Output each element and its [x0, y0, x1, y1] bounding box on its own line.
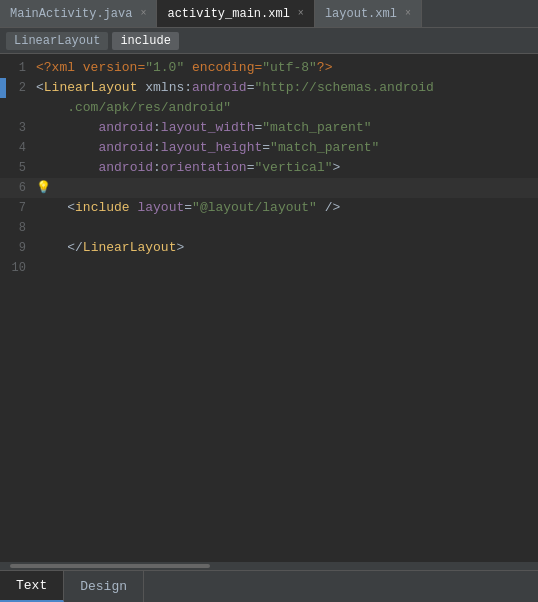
tab-label-main-activity: MainActivity.java: [10, 7, 132, 21]
code-token: [317, 200, 325, 215]
code-token: layout_height: [161, 140, 262, 155]
tab-label-layout-xml: layout.xml: [325, 7, 397, 21]
code-token: layout_width: [161, 120, 255, 135]
code-token: />: [325, 200, 341, 215]
code-token: =: [262, 140, 270, 155]
code-token: "vertical": [254, 160, 332, 175]
code-token: :: [153, 120, 161, 135]
line-number: 4: [0, 138, 36, 158]
code-token: :: [153, 140, 161, 155]
editor: 1<?xml version="1.0" encoding="utf-8"?>2…: [0, 54, 538, 570]
code-token: <: [36, 80, 44, 95]
tab-activity-main[interactable]: activity_main.xml×: [157, 0, 314, 27]
line-content: </LinearLayout>: [36, 238, 538, 258]
scrollbar-thumb[interactable]: [10, 564, 210, 568]
code-token: [36, 160, 98, 175]
code-line: 7 <include layout="@layout/layout" />: [0, 198, 538, 218]
tab-close-main-activity[interactable]: ×: [140, 8, 146, 19]
code-token: <: [67, 200, 75, 215]
code-token: [36, 200, 67, 215]
code-token: "1.0": [145, 60, 184, 75]
code-token: "http://schemas.android: [254, 80, 433, 95]
code-token: "@layout/layout": [192, 200, 317, 215]
tab-bar: MainActivity.java×activity_main.xml×layo…: [0, 0, 538, 28]
line-content: .com/apk/res/android": [36, 98, 538, 118]
code-token: >: [176, 240, 184, 255]
line-content: android:layout_width="match_parent": [36, 118, 538, 138]
line-number: 8: [0, 218, 36, 238]
code-token: .com/apk/res/android": [36, 100, 231, 115]
code-token: LinearLayout: [44, 80, 138, 95]
code-token: =: [184, 200, 192, 215]
code-token: "match_parent": [270, 140, 379, 155]
line-number: 9: [0, 238, 36, 258]
code-token: orientation: [161, 160, 247, 175]
line-indicator: [0, 78, 6, 98]
bottom-tab-design[interactable]: Design: [64, 571, 144, 602]
code-line: 8: [0, 218, 538, 238]
code-line: 2<LinearLayout xmlns:android="http://sch…: [0, 78, 538, 98]
code-line: 10: [0, 258, 538, 278]
tab-label-activity-main: activity_main.xml: [167, 7, 289, 21]
code-token: android: [98, 120, 153, 135]
code-token: android: [192, 80, 247, 95]
code-line: 5 android:orientation="vertical">: [0, 158, 538, 178]
bottom-tab-text[interactable]: Text: [0, 571, 64, 602]
scrollbar-area[interactable]: [0, 562, 538, 570]
bulb-icon[interactable]: 💡: [36, 178, 51, 198]
code-token: include: [75, 200, 130, 215]
code-token: :: [153, 160, 161, 175]
code-token: >: [333, 160, 341, 175]
line-content: android:layout_height="match_parent": [36, 138, 538, 158]
code-token: [36, 120, 98, 135]
line-content: <include layout="@layout/layout" />: [36, 198, 538, 218]
code-token: [36, 140, 98, 155]
code-line: 6💡: [0, 178, 538, 198]
crumb-linear-layout[interactable]: LinearLayout: [6, 32, 108, 50]
code-token: <?xml version=: [36, 60, 145, 75]
line-number: 6: [0, 178, 36, 198]
code-token: layout: [137, 200, 184, 215]
bottom-bar: TextDesign: [0, 570, 538, 602]
code-token: [36, 240, 67, 255]
tab-close-layout-xml[interactable]: ×: [405, 8, 411, 19]
line-number: 5: [0, 158, 36, 178]
code-token: encoding=: [184, 60, 262, 75]
line-content: <?xml version="1.0" encoding="utf-8"?>: [36, 58, 538, 78]
code-token: "match_parent": [262, 120, 371, 135]
code-token: </: [67, 240, 83, 255]
line-content: android:orientation="vertical">: [36, 158, 538, 178]
code-line: .com/apk/res/android": [0, 98, 538, 118]
code-token: LinearLayout: [83, 240, 177, 255]
code-line: 3 android:layout_width="match_parent": [0, 118, 538, 138]
line-number: 3: [0, 118, 36, 138]
tab-layout-xml[interactable]: layout.xml×: [315, 0, 422, 27]
code-token: android: [98, 160, 153, 175]
context-bar: LinearLayoutinclude: [0, 28, 538, 54]
line-number: 10: [0, 258, 36, 278]
code-token: "utf-8": [262, 60, 317, 75]
line-number: 7: [0, 198, 36, 218]
code-token: ?>: [317, 60, 333, 75]
tab-close-activity-main[interactable]: ×: [298, 8, 304, 19]
code-line: 1<?xml version="1.0" encoding="utf-8"?>: [0, 58, 538, 78]
code-token: android: [98, 140, 153, 155]
code-line: 9 </LinearLayout>: [0, 238, 538, 258]
code-area: 1<?xml version="1.0" encoding="utf-8"?>2…: [0, 54, 538, 562]
tab-main-activity[interactable]: MainActivity.java×: [0, 0, 157, 27]
line-number: 1: [0, 58, 36, 78]
code-token: xmlns:: [137, 80, 192, 95]
crumb-include[interactable]: include: [112, 32, 178, 50]
line-content: <LinearLayout xmlns:android="http://sche…: [36, 78, 538, 98]
code-line: 4 android:layout_height="match_parent": [0, 138, 538, 158]
